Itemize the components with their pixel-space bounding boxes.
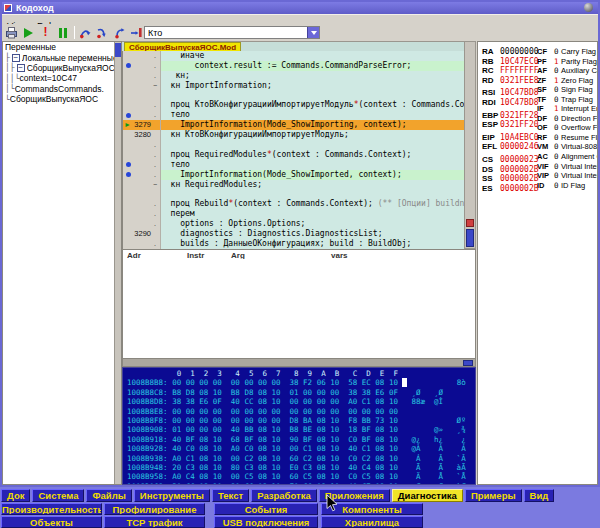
breakpoint-dot-icon[interactable] bbox=[126, 172, 131, 177]
code-line-text[interactable]: проц КтоВКонфигурацииИмпортируетМодуль*(… bbox=[161, 100, 464, 110]
code-line-text[interactable] bbox=[161, 91, 464, 101]
taskbar-tab-tcp-трафик[interactable]: TCP трафик bbox=[104, 516, 205, 528]
tree-item[interactable]: └СборщикВыпускаЯОС bbox=[3, 94, 121, 104]
code-line-text[interactable]: кн RequiredModules; bbox=[161, 180, 464, 190]
step-over-icon[interactable] bbox=[79, 26, 92, 39]
memory-row[interactable]: 1008B938: A0 C1 08 10 00 C2 08 10 60 C2 … bbox=[127, 454, 475, 463]
code-line-text[interactable]: проц RequiredModules*(context : Commands… bbox=[161, 150, 464, 160]
taskbar-tab-разработка[interactable]: Разработка bbox=[251, 489, 317, 502]
tree-item[interactable]: Переменные bbox=[3, 42, 121, 52]
memory-row[interactable]: 1008B908: 01 00 00 00 40 BB 08 10 B8 BE … bbox=[127, 425, 475, 434]
code-line[interactable]: .builds : ДанныеОКонфигурациях; build : … bbox=[123, 239, 464, 249]
code-line[interactable]: .context.result := Commands.CommandParse… bbox=[123, 61, 464, 71]
code-line[interactable]: 3280кн КтоВКонфигурацииИмпортируетМодуль… bbox=[123, 130, 464, 140]
taskbar-tab-производительность[interactable]: Производительность bbox=[1, 503, 102, 515]
code-line-margin[interactable]: . bbox=[123, 51, 161, 61]
command-combobox-value[interactable]: Кто bbox=[148, 27, 162, 39]
memory-row[interactable]: 1008B8E8: 00 00 00 00 00 00 00 00 00 00 … bbox=[127, 407, 475, 416]
scrollbar-thumb[interactable] bbox=[463, 360, 473, 366]
taskbar-tab-текст[interactable]: Текст bbox=[212, 489, 249, 502]
code-line[interactable]: .перем bbox=[123, 209, 464, 219]
tree-collapse-box[interactable]: − bbox=[12, 54, 20, 62]
code-line[interactable] bbox=[123, 91, 464, 101]
code-line-margin[interactable]: . bbox=[123, 209, 161, 219]
code-line-margin[interactable]: . bbox=[123, 110, 161, 120]
code-line[interactable]: .тело bbox=[123, 160, 464, 170]
scrollbar-thumb[interactable] bbox=[115, 43, 121, 57]
tree-item[interactable]: │└CommandsCommands. bbox=[3, 84, 121, 94]
code-line-margin[interactable]: 3290 bbox=[123, 229, 161, 239]
combobox-dropdown-button[interactable] bbox=[307, 27, 319, 38]
disassembly-panel[interactable] bbox=[122, 259, 476, 358]
taskbar-tab-система[interactable]: Система bbox=[32, 489, 84, 502]
code-line-text[interactable]: options : Options.Options; bbox=[161, 219, 464, 229]
tree-item[interactable]: │├−СборщикВыпускаЯОС bbox=[3, 63, 121, 73]
taskbar-tab-вид[interactable]: Вид bbox=[524, 489, 555, 502]
code-line-margin[interactable] bbox=[123, 189, 161, 199]
memory-hexdump[interactable]: 0 1 2 3 4 5 6 7 8 9 A B C D E F 1008B8B8… bbox=[122, 367, 476, 485]
code-line[interactable]: .иначе bbox=[123, 51, 464, 61]
code-line-margin[interactable]: . bbox=[123, 100, 161, 110]
taskbar-tab-объекты[interactable]: Объекты bbox=[1, 516, 102, 528]
run-icon[interactable] bbox=[22, 26, 35, 39]
code-line[interactable]: . bbox=[123, 140, 464, 150]
code-line-margin[interactable]: . bbox=[123, 160, 161, 170]
memory-row[interactable]: 1008B8F8: 00 00 00 00 00 00 00 00 D8 BA … bbox=[127, 416, 475, 425]
scrollbar-thumb[interactable] bbox=[466, 229, 474, 247]
code-line-margin[interactable]: 3280 bbox=[123, 130, 161, 140]
step-into-icon[interactable] bbox=[96, 26, 109, 39]
variables-scrollbar[interactable] bbox=[114, 42, 121, 484]
breakpoint-dot-icon[interactable] bbox=[126, 162, 131, 167]
code-line[interactable]: .проц КтоВКонфигурацииИмпортируетМодуль*… bbox=[123, 100, 464, 110]
code-line-margin[interactable]: . bbox=[123, 140, 161, 150]
run-to-caret-icon[interactable] bbox=[130, 26, 143, 39]
code-line-margin[interactable]: . bbox=[123, 170, 161, 180]
code-line[interactable]: −кн ImportInformation; bbox=[123, 81, 464, 91]
command-combobox[interactable]: Кто bbox=[144, 26, 320, 39]
memory-scrollbar[interactable] bbox=[122, 358, 476, 367]
code-line-margin[interactable]: . bbox=[123, 219, 161, 229]
code-line-text[interactable]: перем bbox=[161, 209, 464, 219]
interrupt-icon[interactable]: ! bbox=[39, 26, 52, 39]
code-line[interactable]: .проц Rebuild*(context : Commands.Contex… bbox=[123, 199, 464, 209]
taskbar-tab-приложения[interactable]: Приложения bbox=[319, 489, 390, 502]
taskbar-tab-диагностика[interactable]: Диагностика bbox=[392, 489, 463, 502]
taskbar-tab-инструменты[interactable]: Инструменты bbox=[134, 489, 210, 502]
tree-collapse-box[interactable]: − bbox=[17, 64, 25, 72]
code-line-text[interactable]: context.result := Commands.CommandParseE… bbox=[161, 61, 464, 71]
code-line-text[interactable]: diagnostics : Diagnostics.DiagnosticsLis… bbox=[161, 229, 464, 239]
code-line-text[interactable]: тело bbox=[161, 110, 464, 120]
code-line-margin[interactable]: − bbox=[123, 81, 161, 91]
code-line-margin[interactable]: − bbox=[123, 180, 161, 190]
code-line-text[interactable]: ImportInformation(Mode_ShowImported, con… bbox=[161, 170, 464, 180]
pause-icon[interactable] bbox=[56, 26, 69, 39]
code-line-text[interactable]: тело bbox=[161, 160, 464, 170]
code-line-text[interactable] bbox=[161, 189, 464, 199]
code-line[interactable]: ►3279ImportInformation(Mode_ShowImportin… bbox=[123, 120, 464, 130]
code-line-margin[interactable]: . bbox=[123, 150, 161, 160]
code-editor[interactable]: .иначе.context.result := Commands.Comman… bbox=[122, 51, 464, 249]
tree-item[interactable]: ├−Локальные переменные bbox=[3, 52, 121, 62]
code-line-text[interactable]: builds : ДанныеОКонфигурациях; build : B… bbox=[161, 239, 464, 249]
code-line[interactable]: .тело bbox=[123, 110, 464, 120]
code-line-text[interactable]: кн КтоВКонфигурацииИмпортируетМодуль; bbox=[161, 130, 464, 140]
code-line-margin[interactable]: . bbox=[123, 239, 161, 249]
code-line-margin[interactable] bbox=[123, 91, 161, 101]
taskbar-tab-usb-подключения[interactable]: USB подключения bbox=[214, 516, 318, 528]
code-line-margin[interactable]: . bbox=[123, 199, 161, 209]
code-line-text[interactable]: проц Rebuild*(context : Commands.Context… bbox=[161, 199, 464, 209]
code-line-text[interactable]: кн; bbox=[161, 71, 464, 81]
memory-row[interactable]: 1008B8D8: 38 38 E6 0F 40 CC 08 10 00 00 … bbox=[127, 397, 475, 406]
code-line[interactable]: .проц RequiredModules*(context : Command… bbox=[123, 150, 464, 160]
titlebar[interactable]: Кодоход bbox=[2, 2, 598, 14]
memory-row[interactable]: 1008B948: 20 C3 08 10 80 C3 08 10 E0 C3 … bbox=[127, 463, 475, 472]
code-line-margin[interactable]: ►3279 bbox=[123, 120, 161, 130]
code-line-margin[interactable]: . bbox=[123, 61, 161, 71]
code-line[interactable]: .ImportInformation(Mode_ShowImported, co… bbox=[123, 170, 464, 180]
code-line[interactable]: .options : Options.Options; bbox=[123, 219, 464, 229]
tree-item[interactable]: ││└context=10C47 bbox=[3, 73, 121, 83]
taskbar-tab-компоненты[interactable]: Компоненты bbox=[321, 503, 423, 515]
taskbar-tab-файлы[interactable]: Файлы bbox=[86, 489, 131, 502]
breakpoint-dot-icon[interactable] bbox=[126, 63, 131, 68]
code-scrollbar[interactable] bbox=[464, 41, 476, 249]
